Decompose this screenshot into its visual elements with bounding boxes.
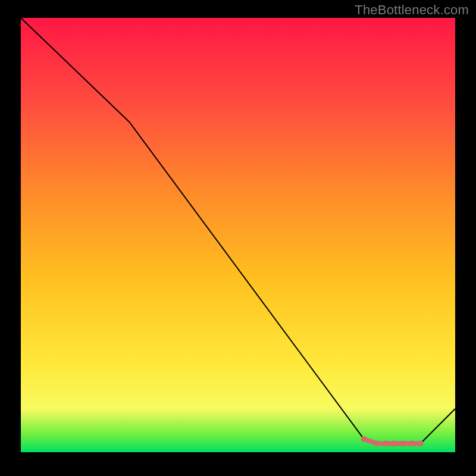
highlight-point: [383, 440, 389, 446]
plot-area: [21, 18, 455, 452]
highlight-point: [361, 436, 367, 442]
highlight-point: [392, 440, 397, 446]
chart-svg: [21, 18, 455, 452]
highlight-point: [409, 440, 415, 446]
chart-background: [21, 18, 455, 452]
watermark-link[interactable]: TheBottleneck.com: [355, 2, 469, 18]
highlight-point: [418, 440, 424, 446]
highlight-point: [400, 440, 406, 446]
chart-container: TheBottleneck.com: [0, 0, 476, 476]
highlight-point: [374, 440, 380, 446]
